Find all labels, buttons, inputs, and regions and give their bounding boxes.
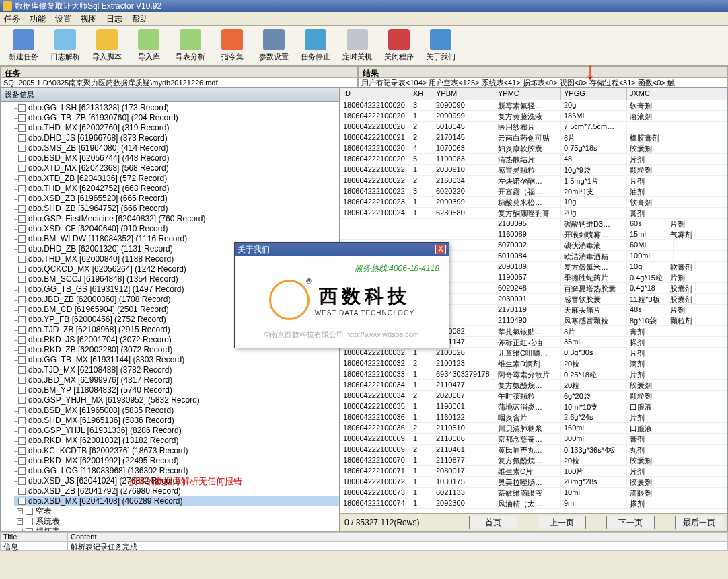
error-note: 损坏的数据库解析无任何报错 (129, 475, 242, 488)
table-row[interactable]: 2100095碳酸钙维D3…60s片剂 (340, 219, 727, 229)
tree-item[interactable]: dbo.RKD_MX [62001032] (13182 Record) (14, 436, 339, 446)
table-row[interactable]: 18060422210003412110477复方氨酚烷…20粒胶囊剂 (340, 380, 727, 391)
table-row[interactable]: 18060422210007316021133萘敏维滴眼液10ml滴眼剂 (340, 488, 727, 498)
table-row[interactable]: 18060422210003316934303279178阿奇霉素分散片0.25… (340, 369, 727, 380)
menu-设置[interactable]: 设置 (55, 13, 71, 24)
table-row[interactable]: 18060422210003622110510川贝清肺糖浆160ml口服液 (340, 423, 727, 434)
tree-item[interactable]: dbo.XSD_ZB [62041792] (276980 Record) (14, 486, 339, 496)
company-name: 西数科技 (315, 284, 415, 309)
table-row[interactable]: 18060422210002012090999复方黄藤洗液186ML溶液剂 (340, 111, 727, 122)
logo-icon (269, 280, 310, 320)
tree-item[interactable]: dbo.XTD_MX [62042368] (568 Record) (14, 163, 339, 173)
task-header: 任务 (0, 66, 358, 78)
tree-item[interactable]: dbo.RKD_MX [62001992] (22495 Record) (14, 456, 339, 466)
tree-item[interactable]: dbo.XSD_ZB [61965520] (665 Record) (14, 194, 339, 204)
log-col-title: Title (0, 532, 67, 541)
grid-header: IDXHYPBMYPMCYPGGJXMC (340, 88, 727, 100)
tree-item[interactable]: dbo.THD_MX [62002760] (319 Record) (14, 123, 339, 133)
next-page-button[interactable]: 下一页 (606, 516, 655, 529)
table-row[interactable]: 18060422210002025010045医用纱布片7.5cm*7.5cm… (340, 122, 727, 132)
table-row[interactable]: 18060422210007211030175奥美拉唑肠…20mg*28s胶囊剂 (340, 477, 727, 488)
tool-关于我们[interactable]: 关于我们 (421, 28, 460, 63)
table-row[interactable]: 18060422210002032090090新霉素氟轻…20g软膏剂 (340, 100, 727, 111)
tool-定时关机[interactable]: 定时关机 (338, 28, 377, 63)
company-sub: WEST DATA TECHNOLOGY (315, 309, 415, 317)
tree-item[interactable]: dbo.GG_TB_MX [61931144] (3303 Record) (14, 355, 339, 365)
table-row[interactable]: 1160089开喉剑喷雾…15ml气雾剂 (340, 229, 727, 240)
table-row[interactable]: 18060422210003511190061蒲地蓝消炎…10ml*10支口服液 (340, 401, 727, 412)
table-row[interactable]: 18060422210002312090399糠酸莫米松…10g软膏剂 (340, 197, 727, 208)
tree-item[interactable]: dbo.SHD_ZB [61964752] (666 Record) (14, 204, 339, 214)
tree-item[interactable]: dbo.BM_YP [118084832] (5740 Record) (14, 385, 339, 395)
app-icon (3, 1, 12, 11)
tree-item[interactable]: dbo.THD_MX [62042752] (663 Record) (14, 184, 339, 194)
table-row[interactable]: 18060422210006912110086京都念慈菴…300ml膏剂 (340, 434, 727, 445)
table-row[interactable]: 18060422210003222100123维生素D滴剂…20粒滴剂 (340, 358, 727, 369)
menu-帮助[interactable]: 帮助 (132, 13, 148, 24)
table-row[interactable]: 18060422210002212030910感冒灵颗粒10g*9袋颗粒剂 (340, 165, 727, 176)
tool-日志解析[interactable]: 日志解析 (46, 28, 85, 63)
tree-item[interactable]: dbo.GSP_YHJH_MX [61930952] (5832 Record) (14, 395, 339, 406)
folder-损坏表[interactable]: 损坏表 (14, 527, 339, 531)
table-row[interactable]: 18060422210002416230580复方酮康唑乳膏20g膏剂 (340, 208, 727, 219)
table-row[interactable]: 18060422210006922110461黄氏响声丸…0.133g*36s*… (340, 445, 727, 455)
tree-item[interactable]: dbo.GG_LSH [62131328] (173 Record) (14, 103, 339, 113)
col-YPBM[interactable]: YPBM (433, 88, 495, 100)
tool-导表分析[interactable]: 导表分析 (171, 28, 210, 63)
tool-参数设置[interactable]: 参数设置 (254, 28, 293, 63)
col-ID[interactable]: ID (340, 88, 410, 100)
tree-item[interactable]: dbo.GSP_YHJL [61931336] (8286 Record) (14, 426, 339, 436)
tree-item[interactable]: dbo.XTD_ZB [62043136] (572 Record) (14, 173, 339, 184)
tree-item[interactable]: dbo.XSD_CF [62040640] (910 Record) (14, 224, 339, 234)
tree-item[interactable]: dbo.GG_LOG [118083968] (136302 Record) (14, 466, 339, 476)
table-row[interactable]: 18060422210003422020087午时茶颗粒6g*20袋颗粒剂 (340, 391, 727, 401)
copyright: ©南京西数科技有限公司 http://www.wdsos.com (240, 324, 443, 342)
table-row[interactable]: 18060422210002222160034左炔诺孕酮…1.5mg*1片片剂 (340, 176, 727, 186)
table-row[interactable]: 18060422210007412092300风油精（太…9ml搽剂 (340, 498, 727, 509)
table-row[interactable]: 18060422210007012110877复方氨酚烷…20粒胶囊剂 (340, 455, 727, 466)
last-page-button[interactable]: 最后一页 (675, 516, 723, 529)
table-row[interactable]: 18060422210002041070063妇炎康软胶囊0.75g*18s胶囊… (340, 143, 727, 154)
tree-item[interactable]: dbo.JBD_MX [61999976] (4317 Record) (14, 375, 339, 385)
col-XH[interactable]: XH (410, 88, 433, 100)
tree-item[interactable]: dbo.XSD_MX [62041408] (406289 Record) (14, 496, 339, 506)
first-page-button[interactable]: 首页 (469, 516, 517, 529)
col-JXMC[interactable]: JXMC (627, 88, 667, 100)
table-row[interactable]: 18060422210002122170145云南白药创可贴6片橡胶膏剂 (340, 132, 727, 143)
tree-item[interactable]: dbo.SMS_ZB [61964080] (414 Record) (14, 143, 339, 153)
tool-导入脚本[interactable]: 导入脚本 (87, 28, 126, 63)
table-row[interactable]: 18060422210003611160122咽炎含片2.6g*24s片剂 (340, 412, 727, 423)
tree-item[interactable]: dbo.BSD_MX [62056744] (448 Record) (14, 153, 339, 163)
menu-任务[interactable]: 任务 (4, 13, 20, 24)
close-icon[interactable]: X (435, 245, 446, 254)
tree-item[interactable]: dbo.TJD_MX [62108488] (3782 Record) (14, 365, 339, 375)
tool-新建任务[interactable]: 新建任务 (4, 28, 43, 63)
table-row[interactable]: 18060422210003212100026儿童维C咀嚼…0.3g*30s片剂 (340, 348, 727, 358)
tree-item[interactable]: dbo.KC_KCDTB [62002376] (18673 Record) (14, 446, 339, 456)
table-row[interactable]: 18060422210002236020220开塞露（福…20ml*1支油剂 (340, 186, 727, 197)
result-header: 结果 (358, 66, 728, 78)
tree-item[interactable]: dbo.SHD_MX [61965136] (5836 Record) (14, 416, 339, 426)
tool-指令集[interactable]: 指令集 (213, 28, 252, 63)
result-text: 用户有记录表<104> 用户空表<125> 系统表<41> 损坏表<0> 视图<… (358, 78, 728, 87)
folder-系统表[interactable]: +系统表 (14, 516, 339, 527)
menu-功能[interactable]: 功能 (30, 13, 46, 24)
tree-item[interactable]: dbo.GSP_FirstMedicine [62040832] (760 Re… (14, 214, 339, 224)
tree-item[interactable]: dbo.DHD_JS [61966768] (373 Record) (14, 133, 339, 143)
tool-导入库[interactable]: 导入库 (129, 28, 168, 63)
table-row[interactable]: 18060422210002051190083清热散结片48片剂 (340, 154, 727, 165)
menu-日志[interactable]: 日志 (106, 13, 122, 24)
table-row[interactable]: 18060422210007112080017维生素C片100片片剂 (340, 466, 727, 477)
menu-视图[interactable]: 视图 (81, 13, 97, 24)
col-YPGG[interactable]: YPGG (561, 88, 627, 100)
prev-page-button[interactable]: 上一页 (538, 516, 586, 529)
col-YPMC[interactable]: YPMC (495, 88, 561, 100)
dialog-title: 关于我们 (238, 244, 270, 256)
log-col-content: Content (67, 532, 728, 541)
folder-空表[interactable]: +空表 (14, 506, 339, 516)
tool-关闭程序[interactable]: 关闭程序 (379, 28, 418, 63)
tree-item[interactable]: dbo.GG_TB_ZB [61930760] (204 Record) (14, 113, 339, 123)
tool-任务停止[interactable]: 任务停止 (296, 28, 335, 63)
pager: 0 / 35327 112(Rows) 首页 上一页 下一页 最后一页 (340, 513, 727, 531)
tree-item[interactable]: dbo.BSD_MX [61965008] (5835 Record) (14, 406, 339, 416)
